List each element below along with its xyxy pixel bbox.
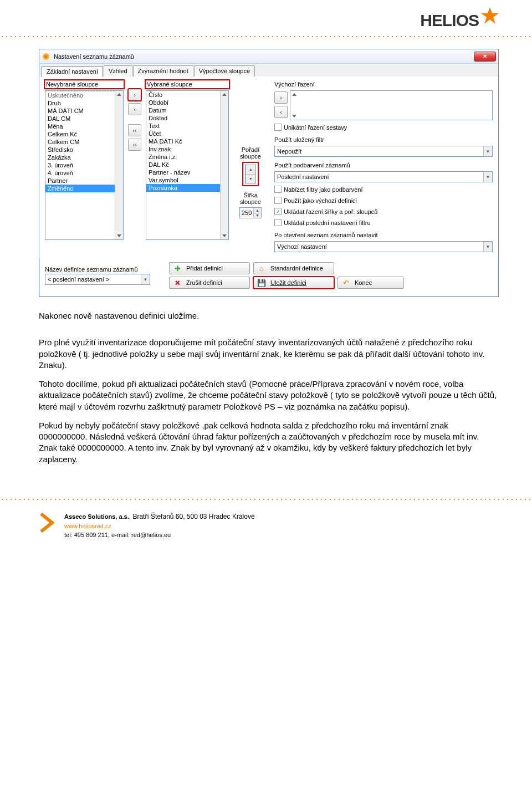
definition-name-select[interactable]: < poslední nastavení > ▼: [45, 274, 150, 285]
checkbox-icon: [274, 219, 282, 226]
double-chevron-left-icon: ‹‹: [132, 127, 136, 134]
list-item[interactable]: Partner - název: [146, 168, 228, 176]
save-sort-checkbox[interactable]: ✓ Ukládat řazení,šířky a poř. sloupců: [274, 207, 493, 216]
chevron-right-icon: ›: [134, 91, 136, 98]
column-order-label: Pořadí sloupce: [233, 146, 268, 160]
bottom-bar: Název definice seznamu záznamů < posledn…: [39, 258, 498, 297]
chevron-left-icon: ‹: [280, 109, 282, 115]
chevron-down-icon: ▼: [483, 146, 492, 156]
button-label: Zrušit definici: [186, 279, 222, 286]
paragraph: Pokud by nebyly počáteční stavy položkov…: [39, 420, 499, 465]
checkbox-icon: [274, 124, 282, 131]
default-sort-label: Výchozí řazení: [274, 81, 493, 88]
scrollbar[interactable]: [115, 91, 123, 239]
use-as-default-checkbox[interactable]: Použít jako výchozí definici: [274, 196, 493, 205]
list-item-selected[interactable]: Poznámka: [146, 184, 228, 192]
list-item[interactable]: Změna i.z.: [146, 153, 228, 161]
list-item[interactable]: Účet: [146, 130, 228, 137]
add-definition-button[interactable]: ✚ Přidat definici: [169, 262, 250, 274]
row-color-select[interactable]: Poslední nastavení ▼: [274, 171, 493, 182]
checkbox-label: Nabízet filtry jako podbarvení: [284, 186, 362, 193]
move-all-right-button[interactable]: ››: [128, 139, 141, 151]
column-width-spinner[interactable]: 250 ▲ ▼: [239, 207, 262, 218]
unique-sort-checkbox[interactable]: Unikátní řazení sestavy: [274, 123, 493, 131]
list-item[interactable]: Celkem CM: [45, 138, 123, 146]
close-dialog-button[interactable]: ↶ Konec: [337, 277, 404, 289]
chevron-down-icon: ▼: [483, 172, 492, 182]
saved-filter-label: Použít uložený filtr: [274, 136, 493, 143]
checkbox-label: Ukládat poslední nastavení filtru: [284, 219, 371, 226]
selected-columns-list[interactable]: Číslo Období Datum Doklad Text Účet MÁ D…: [146, 90, 229, 240]
header-logo: HELIOS: [39, 11, 499, 30]
column-order-spinner[interactable]: ▲ ▼: [245, 165, 256, 183]
undo-icon: ↶: [341, 278, 350, 287]
list-item[interactable]: Období: [146, 99, 228, 106]
window-icon: [42, 52, 50, 61]
move-right-button[interactable]: ›: [128, 89, 141, 101]
list-item[interactable]: DAL Kč: [146, 161, 228, 168]
standard-definition-button[interactable]: ⌂ Standardní definice: [253, 262, 334, 274]
list-item[interactable]: Zakázka: [45, 154, 123, 161]
button-label: Uložit definici: [270, 279, 306, 286]
saved-filter-select[interactable]: Nepoužít ▼: [274, 146, 493, 157]
logo-star-icon: [481, 7, 499, 25]
spin-up-icon[interactable]: ▲: [253, 208, 261, 213]
list-item[interactable]: 3. úroveň: [45, 161, 123, 169]
definition-name-value: < poslední nastavení >: [48, 276, 109, 283]
save-definition-button[interactable]: 💾 Uložit definici: [253, 277, 334, 289]
list-item[interactable]: MÁ DÁTI CM: [45, 107, 123, 115]
tab-body: Nevybrané sloupce Uskutečněno Druh MÁ DÁ…: [39, 76, 498, 258]
chevron-down-icon: ▼: [141, 274, 150, 284]
list-item-selected[interactable]: Změněno: [45, 185, 123, 192]
footer-company: Asseco Solutions, a.s.: [64, 513, 129, 520]
list-item[interactable]: Doklad: [146, 114, 228, 122]
spin-up-icon[interactable]: ▲: [245, 165, 255, 175]
column-width-value: 250: [242, 210, 252, 216]
list-item[interactable]: Inv.znak: [146, 145, 228, 153]
list-item[interactable]: Var.symbol: [146, 176, 228, 184]
on-open-select[interactable]: Výchozí nastavení ▼: [274, 241, 493, 252]
spin-down-icon[interactable]: ▼: [253, 213, 261, 218]
chevron-left-icon: ‹: [134, 106, 136, 113]
list-item[interactable]: Text: [146, 122, 228, 130]
list-item[interactable]: MÁ DÁTI Kč: [146, 137, 228, 145]
tab-appearance[interactable]: Vzhled: [104, 65, 132, 76]
list-item[interactable]: DAL CM: [45, 115, 123, 122]
checkbox-label: Ukládat řazení,šířky a poř. sloupců: [284, 208, 377, 215]
page-footer: Asseco Solutions, a.s., Bratří Štefanů 6…: [39, 512, 499, 540]
delete-definition-button[interactable]: ✖ Zrušit definici: [169, 277, 250, 289]
checkbox-icon: [274, 186, 282, 193]
footer-company-line: Asseco Solutions, a.s., Bratří Štefanů 6…: [64, 512, 255, 522]
move-left-button[interactable]: ‹: [128, 103, 141, 115]
list-item[interactable]: 4. úroveň: [45, 169, 123, 177]
scrollbar[interactable]: [220, 91, 228, 239]
tab-basic[interactable]: Základní nastavení: [42, 66, 103, 77]
sort-add-button[interactable]: ›: [274, 91, 288, 104]
list-item[interactable]: Datum: [146, 106, 228, 114]
footer-address: , Bratří Štefanů 60, 500 03 Hradec Králo…: [129, 513, 255, 520]
save-filter-checkbox[interactable]: Ukládat poslední nastavení filtru: [274, 218, 493, 227]
list-item[interactable]: Číslo: [146, 91, 228, 99]
on-open-value: Výchozí nastavení: [277, 243, 327, 250]
close-button[interactable]: ✕: [474, 52, 496, 62]
default-sort-list[interactable]: [290, 90, 493, 120]
tab-computed[interactable]: Výpočtové sloupce: [194, 65, 255, 76]
separator-top: [0, 35, 532, 38]
list-item[interactable]: Měna: [45, 122, 123, 130]
list-item[interactable]: Partner: [45, 177, 123, 185]
footer-contact: tel: 495 809 211, e-mail: red@helios.eu: [64, 530, 255, 540]
footer-arrow-icon: [39, 512, 57, 534]
spin-down-icon[interactable]: ▼: [245, 175, 255, 183]
list-item[interactable]: Celkem Kč: [45, 130, 123, 138]
window-title: Nastavení seznamu záznamů: [54, 53, 474, 60]
double-chevron-right-icon: ››: [132, 141, 136, 148]
chevron-right-icon: ›: [280, 94, 282, 101]
list-item[interactable]: Druh: [45, 99, 123, 107]
list-item[interactable]: Uskutečněno: [45, 91, 123, 99]
offer-filters-checkbox[interactable]: Nabízet filtry jako podbarvení: [274, 185, 493, 193]
move-all-left-button[interactable]: ‹‹: [128, 124, 141, 136]
unselected-columns-list[interactable]: Uskutečněno Druh MÁ DÁTI CM DAL CM Měna …: [45, 90, 124, 240]
tab-highlight[interactable]: Zvýraznění hodnot: [133, 65, 193, 76]
list-item[interactable]: Středisko: [45, 146, 123, 154]
sort-remove-button[interactable]: ‹: [274, 106, 288, 118]
